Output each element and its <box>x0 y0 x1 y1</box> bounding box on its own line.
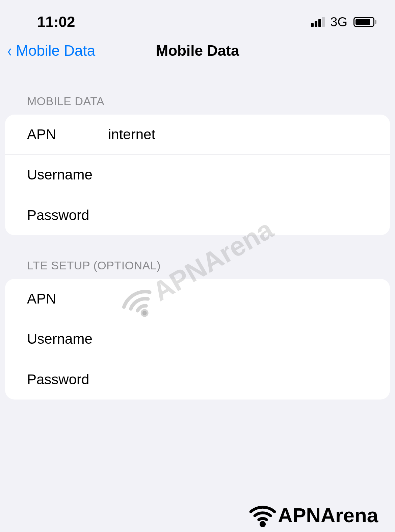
back-button[interactable]: ‹ Mobile Data <box>7 41 95 61</box>
mobile-data-username-row[interactable]: Username <box>5 155 390 195</box>
navigation-bar: ‹ Mobile Data Mobile Data <box>0 37 395 71</box>
lte-username-input[interactable] <box>108 331 368 347</box>
lte-password-input[interactable] <box>108 371 368 388</box>
mobile-data-apn-row[interactable]: APN <box>5 115 390 155</box>
mobile-data-apn-input[interactable] <box>108 126 368 143</box>
svg-point-1 <box>261 523 264 526</box>
mobile-data-section: APN Username Password <box>5 115 390 235</box>
status-time: 11:02 <box>37 14 75 30</box>
apn-label: APN <box>27 291 108 307</box>
password-label: Password <box>27 371 108 388</box>
apn-label: APN <box>27 126 108 143</box>
lte-setup-section-header: LTE SETUP (OPTIONAL) <box>5 235 390 279</box>
status-bar: 11:02 3G <box>0 0 395 37</box>
battery-icon <box>353 17 376 27</box>
lte-setup-section: APN Username Password <box>5 279 390 400</box>
lte-password-row[interactable]: Password <box>5 359 390 400</box>
username-label: Username <box>27 331 108 347</box>
wifi-icon <box>249 502 276 529</box>
status-indicators: 3G <box>311 15 376 29</box>
lte-apn-input[interactable] <box>108 291 368 307</box>
watermark-text: APNArena <box>278 504 378 527</box>
mobile-data-section-header: MOBILE DATA <box>5 71 390 115</box>
back-label: Mobile Data <box>16 42 95 59</box>
signal-icon <box>311 17 325 27</box>
watermark-bottom: APNArena <box>249 502 378 529</box>
network-type: 3G <box>330 15 347 29</box>
page-title: Mobile Data <box>156 42 239 59</box>
mobile-data-username-input[interactable] <box>108 167 368 183</box>
lte-username-row[interactable]: Username <box>5 319 390 359</box>
mobile-data-password-input[interactable] <box>108 207 368 223</box>
content-area: MOBILE DATA APN Username Password LTE SE… <box>0 71 395 400</box>
mobile-data-password-row[interactable]: Password <box>5 195 390 235</box>
password-label: Password <box>27 207 108 223</box>
chevron-left-icon: ‹ <box>8 41 12 61</box>
lte-apn-row[interactable]: APN <box>5 279 390 319</box>
username-label: Username <box>27 167 108 183</box>
